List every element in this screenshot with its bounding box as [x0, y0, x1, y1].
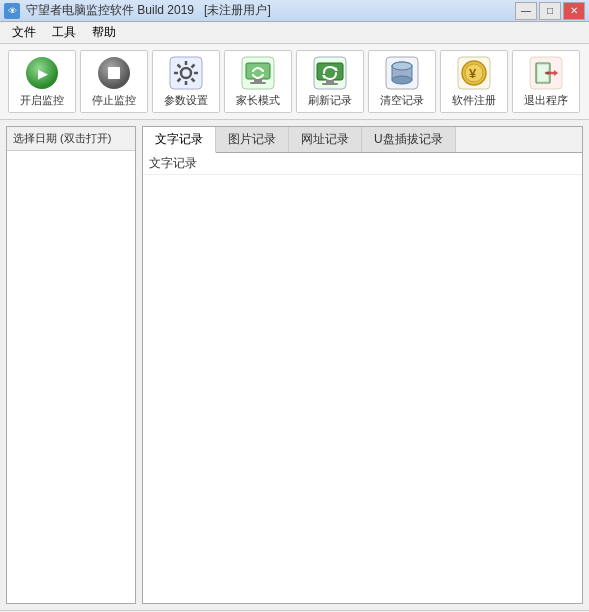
btn-refresh[interactable]: 刷新记录 — [296, 50, 364, 113]
btn-parent-label: 家长模式 — [236, 93, 280, 108]
left-panel: 选择日期 (双击打开) — [6, 126, 136, 604]
svg-rect-19 — [317, 63, 343, 80]
svg-point-38 — [547, 72, 550, 75]
minimize-button[interactable]: — — [515, 2, 537, 20]
btn-start-label: 开启监控 — [20, 93, 64, 108]
btn-parent-mode[interactable]: 家长模式 — [224, 50, 292, 113]
close-button[interactable]: ✕ — [563, 2, 585, 20]
title-controls: — □ ✕ — [515, 2, 585, 20]
title-bar-left: 👁 守望者电脑监控软件 Build 2019 [未注册用户] — [4, 2, 271, 19]
text-record-area[interactable] — [143, 175, 582, 603]
settings-icon — [168, 55, 204, 91]
title-bar: 👁 守望者电脑监控软件 Build 2019 [未注册用户] — □ ✕ — [0, 0, 589, 22]
tab-usb-records[interactable]: U盘插拔记录 — [362, 127, 456, 152]
svg-point-27 — [392, 76, 412, 84]
title-text: 守望者电脑监控软件 Build 2019 [未注册用户] — [26, 2, 271, 19]
app-title: 守望者电脑监控软件 Build 2019 — [26, 3, 194, 17]
user-status: [未注册用户] — [204, 3, 271, 17]
menu-bar: 文件 工具 帮助 — [0, 22, 589, 44]
svg-rect-17 — [250, 82, 266, 84]
app-icon: 👁 — [4, 3, 20, 19]
start-icon: ▶ — [24, 55, 60, 91]
tab-content: 文字记录 — [143, 153, 582, 603]
btn-settings[interactable]: 参数设置 — [152, 50, 220, 113]
tab-image-records[interactable]: 图片记录 — [216, 127, 289, 152]
maximize-button[interactable]: □ — [539, 2, 561, 20]
register-icon: ¥ — [456, 55, 492, 91]
svg-rect-15 — [246, 63, 270, 79]
svg-rect-21 — [322, 83, 338, 85]
svg-text:¥: ¥ — [469, 66, 477, 81]
stop-icon — [96, 55, 132, 91]
menu-file[interactable]: 文件 — [4, 22, 44, 43]
btn-stop-label: 停止监控 — [92, 93, 136, 108]
btn-clear[interactable]: 清空记录 — [368, 50, 436, 113]
tab-url-records[interactable]: 网址记录 — [289, 127, 362, 152]
btn-register-label: 软件注册 — [452, 93, 496, 108]
btn-start-monitoring[interactable]: ▶ 开启监控 — [8, 50, 76, 113]
tab-text-records[interactable]: 文字记录 — [143, 127, 216, 153]
left-panel-title: 选择日期 (双击打开) — [7, 127, 135, 151]
btn-exit-label: 退出程序 — [524, 93, 568, 108]
tab-bar: 文字记录 图片记录 网址记录 U盘插拔记录 — [143, 127, 582, 153]
svg-point-28 — [392, 62, 412, 70]
text-area-wrapper — [143, 175, 582, 603]
main-content: 选择日期 (双击打开) 文字记录 图片记录 网址记录 U盘插拔记录 文字记录 — [0, 120, 589, 610]
clear-icon — [384, 55, 420, 91]
btn-exit[interactable]: 退出程序 — [512, 50, 580, 113]
parent-icon — [240, 55, 276, 91]
svg-rect-20 — [326, 80, 334, 83]
exit-icon — [528, 55, 564, 91]
btn-settings-label: 参数设置 — [164, 93, 208, 108]
btn-register[interactable]: ¥ 软件注册 — [440, 50, 508, 113]
tab-content-label: 文字记录 — [143, 153, 582, 175]
svg-text:▶: ▶ — [38, 66, 48, 81]
date-list[interactable] — [7, 151, 135, 603]
refresh-icon — [312, 55, 348, 91]
btn-clear-label: 清空记录 — [380, 93, 424, 108]
right-panel: 文字记录 图片记录 网址记录 U盘插拔记录 文字记录 — [142, 126, 583, 604]
btn-stop-monitoring[interactable]: 停止监控 — [80, 50, 148, 113]
menu-help[interactable]: 帮助 — [84, 22, 124, 43]
toolbar: ▶ 开启监控 停止监控 — [0, 44, 589, 120]
menu-tools[interactable]: 工具 — [44, 22, 84, 43]
btn-refresh-label: 刷新记录 — [308, 93, 352, 108]
svg-rect-16 — [254, 79, 262, 82]
svg-rect-3 — [108, 67, 120, 79]
